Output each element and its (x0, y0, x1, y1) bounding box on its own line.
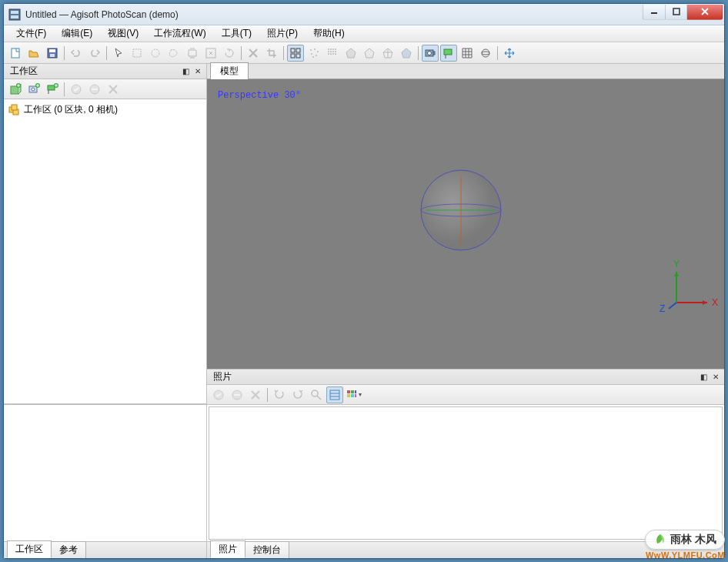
svg-rect-7 (49, 49, 55, 52)
axis-x-label: X (712, 297, 718, 308)
photos-list[interactable] (209, 406, 723, 540)
photos-toolbar: ▾ (207, 385, 724, 405)
menu-photo[interactable]: 照片(P) (259, 25, 306, 42)
freeform-select-button (165, 45, 182, 62)
add-marker-button[interactable] (44, 81, 61, 98)
svg-marker-62 (674, 272, 679, 276)
viewport-3d[interactable]: Perspective 30° X Y (207, 79, 724, 369)
svg-rect-37 (444, 49, 452, 55)
maximize-button[interactable] (666, 5, 687, 20)
svg-rect-36 (433, 52, 435, 55)
svg-rect-11 (206, 49, 215, 58)
menu-help[interactable]: 帮助(H) (306, 25, 352, 42)
add-photos-button[interactable] (25, 81, 42, 98)
svg-rect-46 (48, 85, 55, 90)
svg-point-21 (312, 56, 314, 58)
svg-point-29 (335, 51, 336, 52)
save-button[interactable] (44, 45, 61, 62)
show-trackball-button[interactable] (477, 45, 494, 62)
app-window: Untitled — Agisoft PhotoScan (demo) 文件(F… (3, 3, 725, 559)
svg-rect-72 (347, 390, 350, 393)
svg-rect-9 (133, 49, 141, 57)
undo-button (68, 45, 85, 62)
svg-point-28 (332, 51, 334, 52)
tab-model[interactable]: 模型 (210, 62, 249, 79)
svg-point-39 (482, 49, 489, 57)
svg-point-35 (428, 51, 432, 55)
details-button[interactable] (326, 386, 343, 403)
svg-point-27 (330, 51, 332, 52)
app-icon (8, 8, 21, 21)
add-chunk-button[interactable] (7, 81, 24, 98)
menu-workflow[interactable]: 工作流程(W) (146, 25, 213, 42)
workspace-panel-header: 工作区 ◧ ✕ (4, 64, 206, 79)
svg-point-17 (314, 49, 316, 50)
workspace-panel-title: 工作区 (10, 65, 179, 78)
tab-reference[interactable]: 参考 (51, 541, 86, 558)
show-aligned-cameras-button[interactable] (422, 45, 439, 62)
close-panel-button[interactable]: ✕ (710, 372, 721, 383)
main-toolbar (4, 42, 724, 64)
close-panel-button[interactable]: ✕ (192, 66, 203, 77)
menu-view[interactable]: 视图(V) (100, 25, 146, 42)
point-cloud-button (306, 45, 322, 62)
svg-rect-2 (11, 15, 18, 18)
svg-rect-15 (296, 54, 300, 58)
menu-file[interactable]: 文件(F) (8, 25, 54, 42)
menu-edit[interactable]: 编辑(E) (54, 25, 100, 42)
show-cameras-button[interactable] (287, 45, 304, 62)
tree-root-item[interactable]: 工作区 (0 区块, 0 相机) (7, 102, 203, 117)
svg-point-16 (310, 49, 312, 51)
svg-point-25 (335, 49, 336, 50)
rotate-right-button (289, 386, 306, 403)
show-grid-button[interactable] (459, 45, 476, 62)
open-button[interactable] (25, 45, 42, 62)
svg-rect-1 (11, 11, 18, 14)
enable-cameras-button (210, 386, 227, 403)
tab-photos[interactable]: 照片 (210, 540, 245, 558)
new-button[interactable] (7, 45, 24, 62)
svg-point-40 (482, 52, 489, 55)
svg-line-63 (669, 303, 676, 309)
close-button[interactable] (687, 5, 723, 20)
svg-point-23 (330, 49, 332, 50)
disable-button (86, 81, 103, 98)
svg-point-19 (311, 53, 312, 55)
svg-rect-13 (296, 49, 300, 52)
reset-view-button[interactable] (501, 45, 518, 62)
tab-console[interactable]: 控制台 (245, 541, 289, 558)
svg-point-10 (152, 49, 159, 57)
minimize-button[interactable] (643, 5, 666, 20)
svg-rect-69 (330, 390, 339, 400)
tree-root-label: 工作区 (0 区块, 0 相机) (24, 103, 118, 116)
menu-tools[interactable]: 工具(T) (214, 25, 259, 42)
workspace-tree[interactable]: 工作区 (0 区块, 0 相机) (4, 99, 206, 404)
navigation-button[interactable] (110, 45, 127, 62)
menubar: 文件(F) 编辑(E) 视图(V) 工作流程(W) 工具(T) 照片(P) 帮助… (4, 25, 724, 42)
right-column: 模型 Perspective 30° X (207, 64, 724, 558)
dock-toggle-button[interactable]: ◧ (180, 66, 191, 77)
workspace-toolbar (4, 79, 206, 99)
show-markers-button[interactable] (440, 45, 457, 62)
svg-rect-75 (347, 394, 350, 397)
svg-rect-54 (12, 105, 17, 110)
tab-workspace[interactable]: 工作区 (7, 540, 52, 558)
svg-line-68 (317, 396, 321, 400)
svg-point-31 (330, 53, 332, 55)
svg-rect-5 (12, 49, 19, 58)
toolbar-separator (64, 46, 65, 60)
axis-z-label: Z (660, 303, 665, 314)
textured-button (398, 45, 415, 62)
svg-point-49 (72, 85, 81, 94)
circle-select-button (147, 45, 164, 62)
svg-point-30 (328, 53, 329, 55)
crop-button (263, 45, 280, 62)
left-bottom-tabs: 工作区 参考 (4, 541, 206, 558)
svg-rect-76 (351, 394, 354, 397)
svg-rect-73 (351, 390, 354, 393)
watermark-url: WwW.YLMFU.CoM (645, 550, 725, 559)
thumbnails-button[interactable]: ▾ (345, 386, 362, 403)
svg-point-26 (328, 51, 329, 52)
remove-button (105, 81, 122, 98)
dock-toggle-button[interactable]: ◧ (698, 372, 709, 383)
